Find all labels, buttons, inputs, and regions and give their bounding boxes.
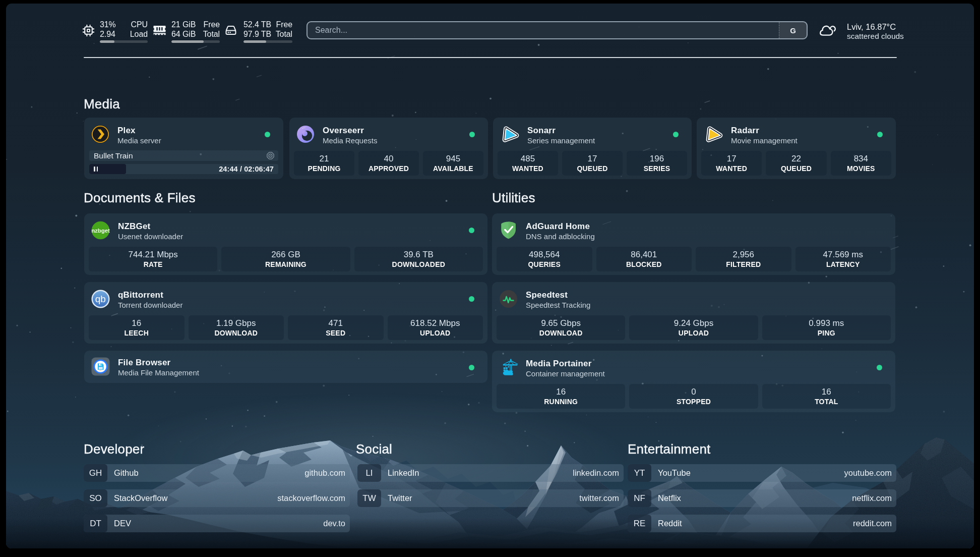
bookmark-url: stackoverflow.com — [277, 493, 350, 503]
stat-label: PING — [818, 329, 835, 337]
cpu-icon — [82, 24, 95, 37]
stat-label: WANTED — [512, 164, 543, 173]
header-divider — [84, 57, 897, 58]
status-dot — [469, 228, 474, 233]
stat-value: 22 — [791, 154, 801, 163]
weather-widget[interactable]: Lviv, 16.87°C scattered clouds — [819, 22, 904, 41]
stat-box: 945AVAILABLE — [423, 151, 483, 176]
service-subtitle: Usenet downloader — [118, 232, 183, 241]
status-dot — [673, 132, 679, 137]
section-title-social: Social — [356, 441, 392, 457]
search-input[interactable] — [308, 22, 779, 38]
adguard-card[interactable]: AdGuard Home DNS and adblocking 498,564Q… — [492, 213, 895, 275]
bookmark-abbr: NF — [628, 489, 651, 507]
bookmark-abbr: DT — [84, 515, 107, 532]
bookmark-reddit[interactable]: RE Reddit reddit.com — [628, 515, 896, 532]
qbittorrent-icon: qb — [91, 290, 110, 308]
section-title-developer: Developer — [84, 441, 144, 457]
stat-label: RATE — [144, 260, 163, 268]
portainer-icon — [499, 358, 518, 377]
stat-value: 86,401 — [631, 250, 657, 259]
stat-label: PENDING — [308, 164, 340, 173]
service-title: File Browser — [118, 358, 199, 368]
stat-value: 945 — [446, 154, 460, 163]
bookmark-url: github.com — [304, 468, 350, 478]
stat-value: 2,956 — [732, 250, 754, 259]
bookmark-linkedin[interactable]: LI LinkedIn linkedin.com — [357, 464, 624, 482]
stat-box: 834MOVIES — [831, 151, 891, 176]
bookmark-netflix[interactable]: NF Netflix netflix.com — [628, 489, 896, 507]
qbittorrent-card[interactable]: qb qBittorrent Torrent downloader 16LEEC… — [84, 282, 487, 344]
overseerr-card[interactable]: Overseerr Media Requests 21PENDING 40APP… — [289, 118, 488, 179]
stat-value: 47.569 ms — [823, 250, 863, 259]
bookmark-abbr: SO — [84, 489, 107, 507]
memory-free-value: 21 GiB — [171, 20, 196, 29]
bookmark-stackoverflow[interactable]: SO StackOverflow stackoverflow.com — [84, 489, 350, 507]
memory-icon — [153, 26, 166, 35]
speedtest-card[interactable]: Speedtest Speedtest Tracking 9.65 GbpsDO… — [492, 282, 895, 344]
disk-free-value: 52.4 TB — [243, 20, 271, 29]
stat-label: MOVIES — [847, 164, 875, 173]
service-title: Plex — [117, 126, 161, 136]
stat-box: 471SEED — [288, 315, 384, 340]
plex-icon — [91, 125, 109, 143]
bookmark-url: dev.to — [323, 519, 350, 528]
stat-value: 1.19 Gbps — [216, 318, 256, 328]
stat-value: 0 — [691, 387, 696, 397]
stat-label: DOWNLOADED — [392, 260, 445, 268]
bookmark-github[interactable]: GH Github github.com — [84, 464, 350, 482]
status-dot — [877, 365, 882, 370]
disk-total-label: Total — [276, 29, 292, 39]
service-title: Speedtest — [526, 290, 590, 300]
status-dot — [469, 296, 474, 302]
section-title-media: Media — [84, 96, 120, 112]
stat-value: 196 — [650, 154, 664, 163]
bookmark-twitter[interactable]: TW Twitter twitter.com — [357, 489, 624, 507]
bookmark-name: StackOverflow — [107, 493, 167, 503]
stat-label: BLOCKED — [626, 260, 662, 268]
portainer-card[interactable]: Media Portainer Container management 16R… — [492, 351, 895, 412]
stat-value: 21 — [320, 154, 329, 163]
plex-card[interactable]: Plex Media server Bullet Train 24 — [84, 118, 283, 179]
search-provider-button[interactable]: G — [779, 22, 807, 38]
memory-total-value: 64 GiB — [171, 29, 196, 39]
dashboard-screen: 31%CPU 2.94Load 21 GiBFree 64 GiBTotal — [6, 4, 974, 548]
stat-label: APPROVED — [369, 164, 409, 173]
stat-box: 0STOPPED — [629, 384, 758, 409]
stat-label: SERIES — [644, 164, 670, 173]
stat-value: 17 — [727, 154, 737, 163]
stat-value: 485 — [521, 154, 535, 163]
bookmark-youtube[interactable]: YT YouTube youtube.com — [628, 464, 896, 482]
stat-box: 0.993 msPING — [762, 315, 891, 340]
cpu-load-value: 2.94 — [100, 29, 115, 39]
stat-value: 9.24 Gbps — [674, 318, 713, 328]
bookmark-name: Netflix — [651, 493, 681, 503]
sonarr-card[interactable]: Sonarr Series management 485WANTED 17QUE… — [493, 118, 692, 179]
filebrowser-card[interactable]: File Browser Media File Management — [84, 351, 487, 383]
plex-now-playing: Bullet Train — [89, 150, 278, 161]
stat-value: 471 — [329, 318, 343, 328]
stat-label: RUNNING — [544, 398, 578, 406]
stat-label: TOTAL — [815, 398, 838, 406]
radarr-card[interactable]: Radarr Movie management 17WANTED 22QUEUE… — [697, 118, 896, 179]
nzbget-card[interactable]: nzbget NZBGet Usenet downloader 744.21 M… — [84, 213, 487, 275]
stat-label: REMAINING — [265, 260, 307, 268]
stat-value: 744.21 Mbps — [129, 250, 178, 259]
stat-box: 16TOTAL — [762, 384, 891, 409]
stat-box: 498,564QUERIES — [497, 247, 592, 271]
bookmark-url: linkedin.com — [573, 468, 624, 478]
search-provider-label: G — [790, 26, 796, 35]
disk-progress-bar — [243, 40, 292, 43]
service-title: Radarr — [731, 126, 798, 136]
stat-value: 618.52 Mbps — [410, 318, 460, 328]
section-title-entertainment: Entertainment — [628, 441, 710, 457]
stat-box: 22QUEUED — [766, 151, 826, 176]
stat-label: QUEUED — [781, 164, 812, 173]
bookmark-url: twitter.com — [579, 493, 624, 503]
stat-label: LATENCY — [826, 260, 860, 268]
bookmark-dev[interactable]: DT DEV dev.to — [84, 515, 350, 532]
service-title: AdGuard Home — [526, 221, 595, 232]
stat-box: 618.52 MbpsUPLOAD — [388, 315, 483, 340]
now-playing-title: Bullet Train — [89, 151, 133, 160]
bookmark-url: netflix.com — [852, 493, 896, 503]
